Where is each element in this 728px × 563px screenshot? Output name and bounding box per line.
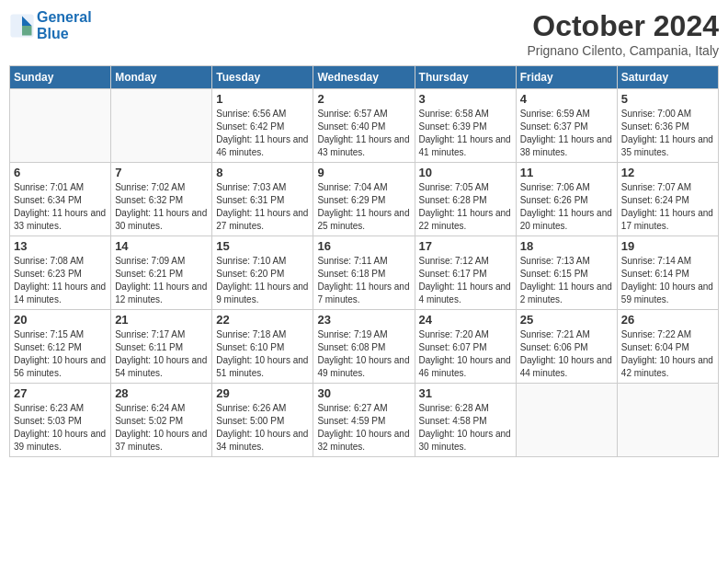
calendar-week-row: 1Sunrise: 6:56 AM Sunset: 6:42 PM Daylig… bbox=[10, 89, 719, 163]
day-info: Sunrise: 6:23 AM Sunset: 5:03 PM Dayligh… bbox=[14, 402, 107, 454]
calendar-cell: 25Sunrise: 7:21 AM Sunset: 6:06 PM Dayli… bbox=[516, 310, 617, 384]
day-number: 23 bbox=[317, 313, 410, 327]
day-info: Sunrise: 6:24 AM Sunset: 5:02 PM Dayligh… bbox=[115, 402, 208, 454]
location: Prignano Cilento, Campania, Italy bbox=[527, 43, 719, 58]
calendar-cell: 23Sunrise: 7:19 AM Sunset: 6:08 PM Dayli… bbox=[313, 310, 415, 384]
calendar-cell: 5Sunrise: 7:00 AM Sunset: 6:36 PM Daylig… bbox=[617, 89, 718, 163]
calendar-cell: 15Sunrise: 7:10 AM Sunset: 6:20 PM Dayli… bbox=[212, 236, 313, 310]
day-number: 14 bbox=[115, 239, 208, 253]
calendar-cell: 31Sunrise: 6:28 AM Sunset: 4:58 PM Dayli… bbox=[415, 384, 516, 457]
weekday-header: Tuesday bbox=[212, 66, 313, 89]
weekday-header: Friday bbox=[516, 66, 617, 89]
calendar-cell bbox=[10, 89, 111, 163]
calendar-cell: 22Sunrise: 7:18 AM Sunset: 6:10 PM Dayli… bbox=[212, 310, 313, 384]
day-info: Sunrise: 6:28 AM Sunset: 4:58 PM Dayligh… bbox=[419, 402, 512, 454]
day-info: Sunrise: 6:56 AM Sunset: 6:42 PM Dayligh… bbox=[216, 108, 309, 159]
day-info: Sunrise: 7:18 AM Sunset: 6:10 PM Dayligh… bbox=[216, 328, 309, 380]
weekday-header-row: SundayMondayTuesdayWednesdayThursdayFrid… bbox=[10, 66, 719, 89]
calendar-cell bbox=[516, 384, 617, 457]
calendar-cell bbox=[111, 89, 212, 163]
calendar-cell: 14Sunrise: 7:09 AM Sunset: 6:21 PM Dayli… bbox=[111, 236, 212, 310]
day-number: 9 bbox=[317, 166, 410, 179]
day-number: 26 bbox=[621, 313, 714, 327]
calendar-cell: 12Sunrise: 7:07 AM Sunset: 6:24 PM Dayli… bbox=[617, 163, 718, 236]
day-number: 21 bbox=[115, 313, 208, 327]
day-info: Sunrise: 7:19 AM Sunset: 6:08 PM Dayligh… bbox=[317, 328, 410, 380]
calendar-cell bbox=[617, 384, 718, 457]
calendar-cell: 6Sunrise: 7:01 AM Sunset: 6:34 PM Daylig… bbox=[10, 163, 111, 236]
day-info: Sunrise: 7:21 AM Sunset: 6:06 PM Dayligh… bbox=[520, 328, 613, 380]
calendar-cell: 19Sunrise: 7:14 AM Sunset: 6:14 PM Dayli… bbox=[617, 236, 718, 310]
day-number: 3 bbox=[419, 92, 512, 106]
calendar-cell: 8Sunrise: 7:03 AM Sunset: 6:31 PM Daylig… bbox=[212, 163, 313, 236]
weekday-header: Monday bbox=[111, 66, 212, 89]
month-title: October 2024 bbox=[527, 9, 719, 43]
day-number: 24 bbox=[419, 313, 512, 327]
calendar-cell: 4Sunrise: 6:59 AM Sunset: 6:37 PM Daylig… bbox=[516, 89, 617, 163]
calendar-cell: 16Sunrise: 7:11 AM Sunset: 6:18 PM Dayli… bbox=[313, 236, 415, 310]
day-info: Sunrise: 7:11 AM Sunset: 6:18 PM Dayligh… bbox=[317, 255, 410, 306]
day-number: 12 bbox=[621, 166, 714, 179]
calendar-cell: 21Sunrise: 7:17 AM Sunset: 6:11 PM Dayli… bbox=[111, 310, 212, 384]
calendar-week-row: 20Sunrise: 7:15 AM Sunset: 6:12 PM Dayli… bbox=[10, 310, 719, 384]
calendar-cell: 7Sunrise: 7:02 AM Sunset: 6:32 PM Daylig… bbox=[111, 163, 212, 236]
day-info: Sunrise: 7:17 AM Sunset: 6:11 PM Dayligh… bbox=[115, 328, 208, 380]
calendar-week-row: 13Sunrise: 7:08 AM Sunset: 6:23 PM Dayli… bbox=[10, 236, 719, 310]
day-number: 22 bbox=[216, 313, 309, 327]
day-number: 6 bbox=[14, 166, 107, 179]
day-info: Sunrise: 7:03 AM Sunset: 6:31 PM Dayligh… bbox=[216, 181, 309, 233]
calendar-cell: 9Sunrise: 7:04 AM Sunset: 6:29 PM Daylig… bbox=[313, 163, 415, 236]
day-number: 11 bbox=[520, 166, 613, 179]
day-number: 1 bbox=[216, 92, 309, 106]
weekday-header: Thursday bbox=[415, 66, 516, 89]
day-info: Sunrise: 7:02 AM Sunset: 6:32 PM Dayligh… bbox=[115, 181, 208, 233]
calendar-cell: 29Sunrise: 6:26 AM Sunset: 5:00 PM Dayli… bbox=[212, 384, 313, 457]
calendar-cell: 27Sunrise: 6:23 AM Sunset: 5:03 PM Dayli… bbox=[10, 384, 111, 457]
day-info: Sunrise: 7:04 AM Sunset: 6:29 PM Dayligh… bbox=[317, 181, 410, 233]
calendar-cell: 17Sunrise: 7:12 AM Sunset: 6:17 PM Dayli… bbox=[415, 236, 516, 310]
calendar-cell: 10Sunrise: 7:05 AM Sunset: 6:28 PM Dayli… bbox=[415, 163, 516, 236]
calendar-cell: 1Sunrise: 6:56 AM Sunset: 6:42 PM Daylig… bbox=[212, 89, 313, 163]
day-number: 20 bbox=[14, 313, 107, 327]
calendar-week-row: 6Sunrise: 7:01 AM Sunset: 6:34 PM Daylig… bbox=[10, 163, 719, 236]
calendar-table: SundayMondayTuesdayWednesdayThursdayFrid… bbox=[9, 65, 719, 457]
calendar-cell: 26Sunrise: 7:22 AM Sunset: 6:04 PM Dayli… bbox=[617, 310, 718, 384]
weekday-header: Wednesday bbox=[313, 66, 415, 89]
day-info: Sunrise: 7:08 AM Sunset: 6:23 PM Dayligh… bbox=[14, 255, 107, 306]
day-number: 29 bbox=[216, 386, 309, 400]
day-number: 25 bbox=[520, 313, 613, 327]
day-info: Sunrise: 7:06 AM Sunset: 6:26 PM Dayligh… bbox=[520, 181, 613, 233]
day-info: Sunrise: 7:14 AM Sunset: 6:14 PM Dayligh… bbox=[621, 255, 714, 306]
day-number: 31 bbox=[419, 386, 512, 400]
logo: General Blue bbox=[9, 9, 92, 42]
day-info: Sunrise: 7:05 AM Sunset: 6:28 PM Dayligh… bbox=[419, 181, 512, 233]
day-info: Sunrise: 7:13 AM Sunset: 6:15 PM Dayligh… bbox=[520, 255, 613, 306]
day-info: Sunrise: 7:09 AM Sunset: 6:21 PM Dayligh… bbox=[115, 255, 208, 306]
page-header: General Blue October 2024 Prignano Cilen… bbox=[9, 9, 719, 58]
day-number: 13 bbox=[14, 239, 107, 253]
day-number: 18 bbox=[520, 239, 613, 253]
day-info: Sunrise: 7:07 AM Sunset: 6:24 PM Dayligh… bbox=[621, 181, 714, 233]
day-info: Sunrise: 6:58 AM Sunset: 6:39 PM Dayligh… bbox=[419, 108, 512, 159]
day-number: 2 bbox=[317, 92, 410, 106]
day-number: 17 bbox=[419, 239, 512, 253]
calendar-cell: 2Sunrise: 6:57 AM Sunset: 6:40 PM Daylig… bbox=[313, 89, 415, 163]
day-number: 27 bbox=[14, 386, 107, 400]
weekday-header: Sunday bbox=[10, 66, 111, 89]
day-number: 19 bbox=[621, 239, 714, 253]
calendar-cell: 28Sunrise: 6:24 AM Sunset: 5:02 PM Dayli… bbox=[111, 384, 212, 457]
day-info: Sunrise: 6:26 AM Sunset: 5:00 PM Dayligh… bbox=[216, 402, 309, 454]
logo-text: General Blue bbox=[37, 9, 92, 42]
day-number: 30 bbox=[317, 386, 410, 400]
day-info: Sunrise: 6:59 AM Sunset: 6:37 PM Dayligh… bbox=[520, 108, 613, 159]
day-info: Sunrise: 7:01 AM Sunset: 6:34 PM Dayligh… bbox=[14, 181, 107, 233]
day-number: 8 bbox=[216, 166, 309, 179]
day-number: 15 bbox=[216, 239, 309, 253]
calendar-cell: 20Sunrise: 7:15 AM Sunset: 6:12 PM Dayli… bbox=[10, 310, 111, 384]
day-number: 16 bbox=[317, 239, 410, 253]
calendar-cell: 24Sunrise: 7:20 AM Sunset: 6:07 PM Dayli… bbox=[415, 310, 516, 384]
day-info: Sunrise: 7:15 AM Sunset: 6:12 PM Dayligh… bbox=[14, 328, 107, 380]
calendar-cell: 11Sunrise: 7:06 AM Sunset: 6:26 PM Dayli… bbox=[516, 163, 617, 236]
calendar-cell: 18Sunrise: 7:13 AM Sunset: 6:15 PM Dayli… bbox=[516, 236, 617, 310]
day-number: 5 bbox=[621, 92, 714, 106]
